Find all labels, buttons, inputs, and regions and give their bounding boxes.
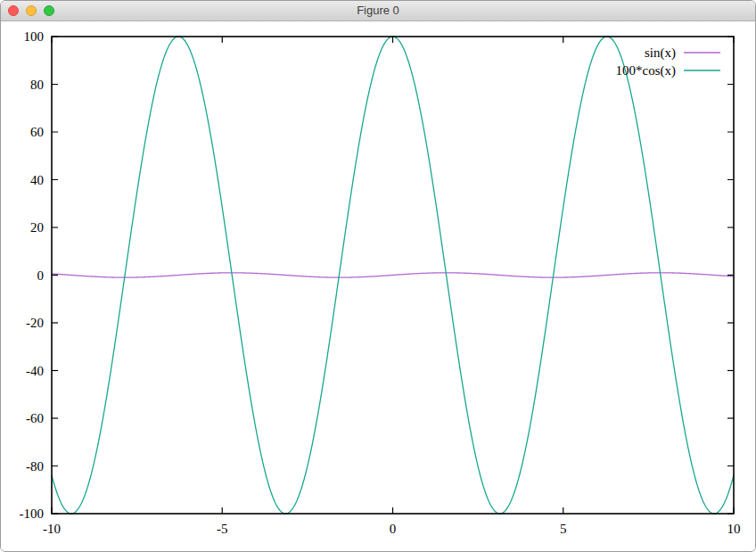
window-controls xyxy=(8,1,54,21)
y-tick-label: -80 xyxy=(26,459,44,474)
window-title: Figure 0 xyxy=(1,1,755,21)
legend-label-cos: 100*cos(x) xyxy=(616,63,677,78)
y-tick-label: 80 xyxy=(30,78,44,92)
minimize-button[interactable] xyxy=(26,5,37,16)
series-curve-sin xyxy=(52,273,734,277)
x-tick-label: 10 xyxy=(727,522,741,536)
y-tick-label: -40 xyxy=(26,364,44,378)
x-tick-label: 5 xyxy=(560,522,567,536)
titlebar[interactable]: Figure 0 xyxy=(1,1,755,21)
y-tick-label: -100 xyxy=(20,507,45,521)
y-tick-label: 100 xyxy=(24,29,45,44)
y-tick-label: -20 xyxy=(26,316,44,330)
plot-canvas: -10-50510-100-80-60-40-20020406080100sin… xyxy=(1,21,756,552)
x-tick-label: -10 xyxy=(43,522,61,536)
x-tick-label: 0 xyxy=(390,522,397,536)
figure-window: Figure 0 -10-50510-100-80-60-40-20020406… xyxy=(0,0,756,552)
y-tick-label: 0 xyxy=(37,268,45,283)
y-tick-label: 20 xyxy=(30,220,44,235)
chart-svg: -10-50510-100-80-60-40-20020406080100sin… xyxy=(1,21,756,552)
zoom-button[interactable] xyxy=(44,5,54,16)
close-button[interactable] xyxy=(8,5,19,16)
y-tick-label: 60 xyxy=(30,125,44,139)
y-tick-label: -60 xyxy=(26,411,44,425)
x-tick-label: -5 xyxy=(217,522,228,536)
y-tick-label: 40 xyxy=(30,173,44,187)
legend-label-sin: sin(x) xyxy=(645,45,676,61)
